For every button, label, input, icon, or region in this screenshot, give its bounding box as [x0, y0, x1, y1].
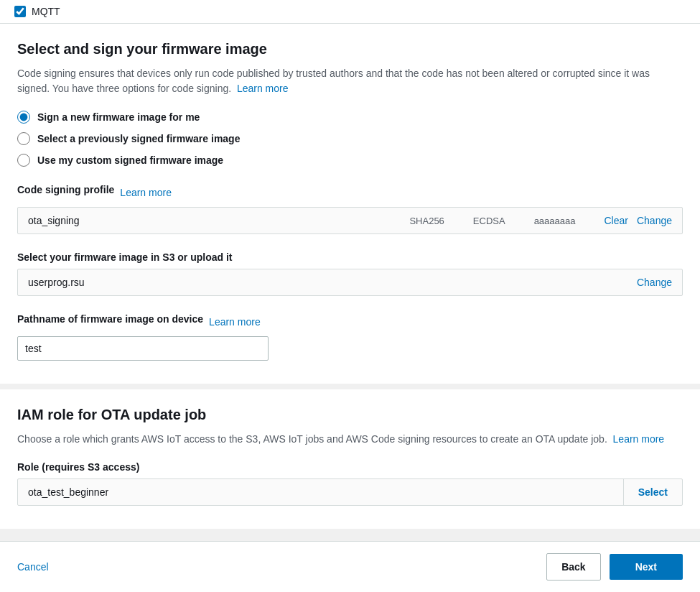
radio-custom-signed-label: Use my custom signed firmware image: [37, 154, 223, 166]
main-content: Select and sign your firmware image Code…: [0, 24, 700, 541]
firmware-section-description: Code signing ensures that devices only r…: [17, 66, 683, 96]
role-row: ota_test_beginner Select: [17, 478, 683, 506]
firmware-learn-more-link[interactable]: Learn more: [237, 83, 289, 94]
radio-custom-signed-input[interactable]: [17, 154, 30, 167]
firmware-change-button[interactable]: Change: [637, 277, 672, 288]
signing-profile-algorithm: SHA256: [409, 216, 444, 226]
role-label: Role (requires S3 access): [17, 461, 683, 473]
footer-right: Back Next: [546, 553, 683, 581]
pathname-label-row: Pathname of firmware image on device Lea…: [17, 313, 683, 330]
signing-profile-row: ota_signing SHA256 ECDSA aaaaaaaa Clear …: [17, 207, 683, 234]
iam-learn-more-link[interactable]: Learn more: [613, 433, 665, 445]
iam-section-title: IAM role for OTA update job: [17, 407, 683, 423]
signing-profile-id: aaaaaaaa: [534, 216, 576, 226]
next-button[interactable]: Next: [610, 554, 683, 580]
mqtt-checkbox[interactable]: [14, 6, 26, 17]
radio-select-prev-label: Select a previously signed firmware imag…: [37, 133, 240, 144]
firmware-filename: userprog.rsu: [28, 277, 637, 288]
signing-profile-meta: SHA256 ECDSA aaaaaaaa: [409, 216, 575, 226]
signing-profile-learn-more[interactable]: Learn more: [120, 187, 172, 198]
signing-profile-change-button[interactable]: Change: [637, 215, 672, 226]
radio-select-prev[interactable]: Select a previously signed firmware imag…: [17, 132, 683, 145]
pathname-input[interactable]: test: [17, 336, 269, 361]
mqtt-label: MQTT: [32, 6, 60, 17]
footer: Cancel Back Next: [0, 541, 700, 592]
cancel-button[interactable]: Cancel: [17, 561, 49, 573]
signing-profile-actions: Clear Change: [604, 215, 672, 226]
pathname-label: Pathname of firmware image on device: [17, 313, 203, 325]
iam-section: IAM role for OTA update job Choose a rol…: [0, 389, 700, 535]
s3-label: Select your firmware image in S3 or uplo…: [17, 251, 683, 263]
signing-profile-label: Code signing profile: [17, 184, 114, 195]
role-select-button[interactable]: Select: [623, 479, 682, 505]
firmware-section: Select and sign your firmware image Code…: [0, 24, 700, 389]
radio-group: Sign a new firmware image for me Select …: [17, 111, 683, 167]
radio-sign-new-input[interactable]: [17, 111, 30, 124]
top-bar: MQTT: [0, 0, 700, 24]
signing-profile-clear-button[interactable]: Clear: [604, 215, 627, 226]
back-button[interactable]: Back: [546, 553, 600, 581]
radio-sign-new[interactable]: Sign a new firmware image for me: [17, 111, 683, 124]
signing-profile-name: ota_signing: [28, 215, 409, 226]
firmware-section-title: Select and sign your firmware image: [17, 41, 683, 57]
page-wrapper: MQTT Select and sign your firmware image…: [0, 0, 700, 592]
radio-sign-new-label: Sign a new firmware image for me: [37, 111, 200, 123]
iam-section-description: Choose a role which grants AWS IoT acces…: [17, 432, 683, 447]
signing-profile-label-row: Code signing profile Learn more: [17, 184, 683, 201]
radio-custom-signed[interactable]: Use my custom signed firmware image: [17, 154, 683, 167]
role-value: ota_test_beginner: [18, 479, 623, 505]
radio-select-prev-input[interactable]: [17, 132, 30, 145]
firmware-row: userprog.rsu Change: [17, 269, 683, 296]
pathname-learn-more[interactable]: Learn more: [209, 316, 261, 328]
signing-profile-encryption: ECDSA: [473, 216, 505, 226]
